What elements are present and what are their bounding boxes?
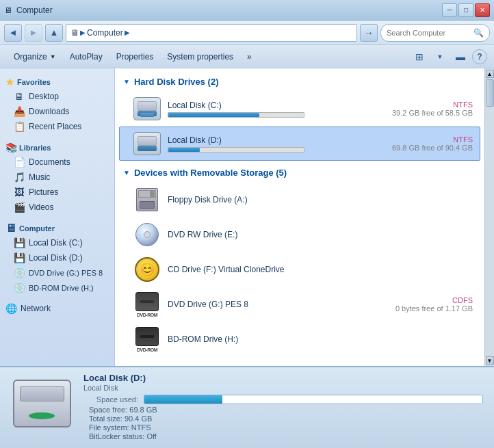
drive-c-item[interactable]: Local Disk (C:) NTFS 39.2 GB free of 58.… xyxy=(119,92,480,126)
drive-a-info: Floppy Disk Drive (A:) xyxy=(168,195,473,205)
sidebar: ★ Favorites 🖥 Desktop 📥 Downloads 📋 Rece… xyxy=(0,68,115,366)
drive-d-bar xyxy=(168,148,200,152)
sidebar-item-bd-h[interactable]: 💿 BD-ROM Drive (H:) xyxy=(0,280,114,295)
drive-h-item[interactable]: DVD-ROM BD-ROM Drive (H:) xyxy=(119,322,480,356)
scroll-down-button[interactable]: ▼ xyxy=(486,356,494,365)
scroll-up-button[interactable]: ▲ xyxy=(486,70,494,78)
search-input[interactable] xyxy=(387,29,471,37)
drive-g-details: CDFS 0 bytes free of 1.17 GB xyxy=(395,296,473,313)
computer-icon: 🖥 xyxy=(5,223,16,234)
views-button[interactable]: ⊞ xyxy=(411,48,428,66)
recent-places-icon: 📋 xyxy=(14,121,25,132)
computer-folder-icon: 🖥 xyxy=(4,5,12,15)
properties-button[interactable]: Properties xyxy=(109,47,161,66)
path-chevron: ▶ xyxy=(80,29,86,36)
scroll-thumb[interactable] xyxy=(486,79,494,107)
bitlocker-label: BitLocker status: xyxy=(89,432,144,440)
favorites-label: Favorites xyxy=(17,78,51,86)
sidebar-item-documents[interactable]: 📄 Documents xyxy=(0,155,114,170)
sidebar-item-local-d[interactable]: 💾 Local Disk (D:) xyxy=(0,250,114,265)
forward-button[interactable]: ► xyxy=(25,24,42,42)
drive-e-name: DVD RW Drive (E:) xyxy=(168,230,473,239)
hard-disk-drives-header[interactable]: ▼ Hard Disk Drives (2) xyxy=(115,74,484,91)
recent-places-label: Recent Places xyxy=(29,122,81,131)
more-button[interactable]: » xyxy=(240,47,259,66)
music-label: Music xyxy=(29,172,50,182)
organize-button[interactable]: Organize ▼ xyxy=(7,47,63,66)
search-box[interactable]: 🔍 xyxy=(380,24,490,42)
drive-h-name: BD-ROM Drive (H:) xyxy=(168,334,473,344)
autoplay-button[interactable]: AutoPlay xyxy=(63,47,109,66)
address-path-text: Computer xyxy=(87,28,123,38)
bd-h-label: BD-ROM Drive (H:) xyxy=(29,284,94,292)
documents-label: Documents xyxy=(29,157,70,167)
pictures-icon: 🖼 xyxy=(14,187,25,198)
sidebar-item-pictures[interactable]: 🖼 Pictures xyxy=(0,185,114,200)
bottom-info: Local Disk (D:) Local Disk Space used: S… xyxy=(83,373,483,441)
pictures-label: Pictures xyxy=(29,187,58,197)
drive-f-item[interactable]: 😊 CD Drive (F:) Virtual CloneDrive xyxy=(119,252,480,287)
sidebar-item-network[interactable]: 🌐 Network xyxy=(0,301,114,316)
drive-g-free: 0 bytes free of 1.17 GB xyxy=(395,304,473,313)
close-button[interactable]: ✕ xyxy=(475,3,490,17)
sidebar-item-videos[interactable]: 🎬 Videos xyxy=(0,200,114,215)
downloads-icon: 📥 xyxy=(14,106,25,117)
sidebar-section-computer[interactable]: 🖥 Computer xyxy=(0,220,114,235)
videos-label: Videos xyxy=(29,202,53,212)
go-button[interactable]: → xyxy=(360,24,378,42)
space-used-label: Space used: xyxy=(83,395,138,404)
content-area: ▼ Hard Disk Drives (2) Local Disk (C:) N… xyxy=(115,68,484,366)
filesystem-detail: File system: NTFS xyxy=(89,423,483,432)
filesystem-label: File system: xyxy=(89,423,129,432)
preview-pane-button[interactable]: ▬ xyxy=(452,48,469,66)
sidebar-item-dvd-g[interactable]: 💿 DVD Drive (G:) PES 8 xyxy=(0,265,114,280)
main-layout: ★ Favorites 🖥 Desktop 📥 Downloads 📋 Rece… xyxy=(0,68,494,366)
window-title: 🖥 Computer xyxy=(4,5,53,15)
removable-storage-header[interactable]: ▼ Devices with Removable Storage (5) xyxy=(115,165,484,182)
libraries-icon: 📚 xyxy=(5,142,16,153)
back-button[interactable]: ◄ xyxy=(4,24,22,42)
filesystem-value: NTFS xyxy=(131,423,151,432)
minimize-button[interactable]: ─ xyxy=(442,3,457,17)
total-size-value: 90.4 GB xyxy=(125,414,152,423)
downloads-label: Downloads xyxy=(29,107,69,116)
sidebar-item-local-c[interactable]: 💾 Local Disk (C:) xyxy=(0,235,114,250)
bottom-details: Space free: 69.8 GB Total size: 90.4 GB … xyxy=(83,406,483,440)
bd-h-icon: 💿 xyxy=(14,282,25,293)
desktop-label: Desktop xyxy=(29,92,59,101)
sidebar-section-favorites[interactable]: ★ Favorites xyxy=(0,74,114,89)
drive-e-item[interactable]: DVD RW Drive (E:) xyxy=(119,218,480,252)
bottom-drive-icon xyxy=(11,373,73,434)
views-dropdown-button[interactable]: ▼ xyxy=(431,48,449,66)
documents-icon: 📄 xyxy=(14,157,25,168)
sidebar-item-recent-places[interactable]: 📋 Recent Places xyxy=(0,119,114,134)
maximize-button[interactable]: □ xyxy=(458,3,473,17)
sidebar-item-downloads[interactable]: 📥 Downloads xyxy=(0,104,114,119)
music-icon: 🎵 xyxy=(14,172,25,183)
space-free-value: 69.8 GB xyxy=(129,406,157,414)
drive-c-bar xyxy=(168,113,259,117)
sidebar-item-music[interactable]: 🎵 Music xyxy=(0,170,114,185)
address-icon: 🖥 xyxy=(70,28,79,38)
space-used-bar-container xyxy=(144,395,483,404)
dvd-g-label: DVD Drive (G:) PES 8 xyxy=(29,269,103,277)
network-label: Network xyxy=(21,304,51,313)
address-path-bar[interactable]: 🖥 ▶ Computer ▶ xyxy=(66,24,357,42)
bottom-drive-subtitle: Local Disk xyxy=(83,384,483,392)
drive-g-icon: DVD-ROM xyxy=(133,292,161,317)
drive-c-icon xyxy=(133,96,161,121)
videos-icon: 🎬 xyxy=(14,202,25,213)
up-button[interactable]: ▲ xyxy=(45,24,63,42)
window-controls: ─ □ ✕ xyxy=(442,3,490,17)
system-properties-button[interactable]: System properties xyxy=(160,47,240,66)
drive-g-item[interactable]: DVD-ROM DVD Drive (G:) PES 8 CDFS 0 byte… xyxy=(119,287,480,321)
drive-c-name: Local Disk (C:) xyxy=(168,101,385,110)
drive-d-item[interactable]: Local Disk (D:) NTFS 69.8 GB free of 90.… xyxy=(119,127,480,161)
help-button[interactable]: ? xyxy=(472,49,487,64)
drive-a-item[interactable]: Floppy Disk Drive (A:) xyxy=(119,183,480,217)
drive-c-filesystem: NTFS xyxy=(392,101,473,109)
sidebar-item-desktop[interactable]: 🖥 Desktop xyxy=(0,89,114,104)
scrollbar[interactable]: ▲ ▼ xyxy=(484,68,494,366)
drive-h-icon: DVD-ROM xyxy=(133,327,161,352)
sidebar-section-libraries[interactable]: 📚 Libraries xyxy=(0,140,114,155)
